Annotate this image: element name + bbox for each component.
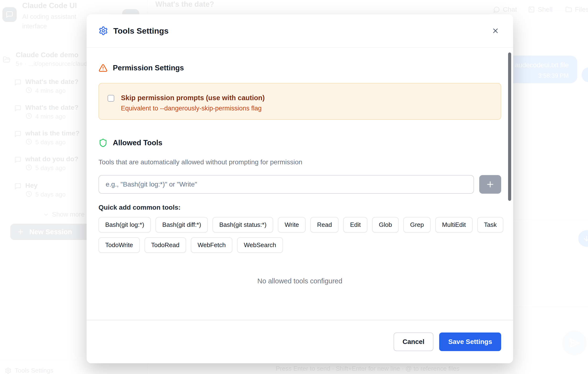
close-icon [492, 27, 499, 35]
warning-triangle-icon [98, 63, 108, 73]
quick-tool-chip[interactable]: TodoWrite [98, 237, 140, 253]
add-tool-row [98, 175, 501, 194]
close-button[interactable] [490, 25, 501, 36]
quick-tools-row-2: TodoWrite TodoRead WebFetch WebSearch [98, 237, 501, 253]
allowed-tools-description: Tools that are automatically allowed wit… [98, 158, 501, 166]
quick-tool-chip[interactable]: Read [310, 217, 338, 233]
modal-body: Permission Settings Skip permission prom… [87, 63, 513, 328]
modal-footer: Cancel Save Settings [87, 320, 513, 363]
quick-tool-chip[interactable]: Bash(git log:*) [98, 217, 151, 233]
quick-tool-chip[interactable]: WebSearch [237, 237, 283, 253]
quick-tool-chip[interactable]: Glob [372, 217, 399, 233]
modal-header: Tools Settings [87, 14, 513, 48]
section-title: Permission Settings [113, 64, 184, 72]
skip-permissions-title: Skip permission prompts (use with cautio… [121, 94, 265, 102]
plus-icon [486, 180, 495, 189]
skip-permissions-text: Skip permission prompts (use with cautio… [121, 94, 265, 112]
quick-tool-chip[interactable]: Bash(git diff:*) [156, 217, 208, 233]
tools-settings-modal: Tools Settings Permission Settings Skip … [87, 14, 513, 363]
modal-title: Tools Settings [113, 26, 169, 36]
quick-tool-chip[interactable]: Grep [403, 217, 430, 233]
gear-icon [98, 26, 108, 36]
modal-scrollbar-thumb[interactable] [508, 52, 511, 201]
quick-add-label: Quick add common tools: [98, 204, 501, 211]
skip-permissions-checkbox[interactable] [108, 95, 114, 102]
skip-permissions-subtitle: Equivalent to --dangerously-skip-permiss… [121, 105, 265, 112]
allowed-tool-input[interactable] [98, 175, 474, 194]
quick-tool-chip[interactable]: Task [477, 217, 503, 233]
quick-tool-chip[interactable]: Write [278, 217, 305, 233]
quick-tool-chip[interactable]: MultiEdit [435, 217, 472, 233]
permission-settings-section-heading: Permission Settings [98, 63, 501, 73]
cancel-button[interactable]: Cancel [394, 332, 434, 351]
save-settings-button[interactable]: Save Settings [439, 332, 501, 351]
section-title: Allowed Tools [113, 139, 162, 147]
quick-tool-chip[interactable]: Bash(git status:*) [212, 217, 273, 233]
shield-icon [98, 138, 108, 147]
quick-tools-row-1: Bash(git log:*) Bash(git diff:*) Bash(gi… [98, 217, 501, 233]
no-allowed-tools-message: No allowed tools configured [98, 277, 501, 285]
quick-tool-chip[interactable]: TodoRead [145, 237, 186, 253]
add-tool-button[interactable] [479, 175, 501, 194]
quick-tool-chip[interactable]: WebFetch [191, 237, 232, 253]
skip-permissions-option: Skip permission prompts (use with cautio… [98, 83, 501, 120]
quick-tool-chip[interactable]: Edit [343, 217, 367, 233]
allowed-tools-section-heading: Allowed Tools [98, 138, 501, 147]
